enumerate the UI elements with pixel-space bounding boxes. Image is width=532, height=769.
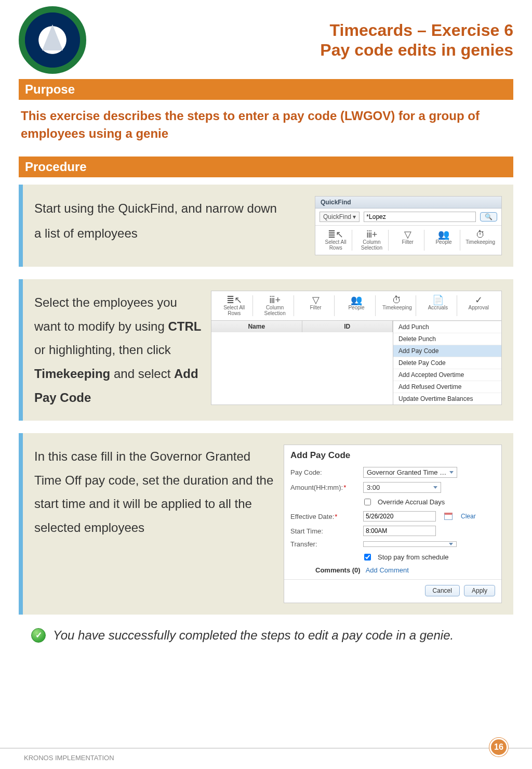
quickfind-toolbar: ≣↖Select All Rows ⅲ+Column Selection ▽Fi… bbox=[315, 225, 501, 255]
tool-accruals[interactable]: 📄Accruals bbox=[419, 295, 457, 316]
comments-label: Comments (0) bbox=[315, 566, 361, 574]
accruals-icon: 📄 bbox=[421, 295, 454, 305]
check-icon: ✓ bbox=[462, 295, 495, 305]
add-pay-code-dialog: Add Pay Code Pay Code: Governor Granted … bbox=[284, 445, 502, 603]
quickfind-input[interactable] bbox=[364, 212, 476, 222]
step-3: In this case fill in the Governor Grante… bbox=[19, 433, 513, 615]
title-line-1: Timecards – Exercise 6 bbox=[320, 20, 513, 40]
transfer-label: Transfer: bbox=[290, 540, 358, 548]
menu-add-refused-ot[interactable]: Add Refused Overtime bbox=[393, 381, 501, 393]
clear-link[interactable]: Clear bbox=[461, 513, 476, 520]
menu-delete-punch[interactable]: Delete Punch bbox=[393, 333, 501, 345]
calendar-icon[interactable] bbox=[444, 513, 453, 520]
chevron-down-icon bbox=[449, 471, 454, 474]
tool-filter[interactable]: ▽Filter bbox=[392, 230, 424, 251]
col-name: Name bbox=[211, 321, 302, 332]
paycode-select[interactable]: Governor Granted Time … bbox=[363, 467, 457, 478]
tool-column-selection[interactable]: ⅲ+Column Selection bbox=[256, 295, 294, 316]
section-purpose: Purpose bbox=[19, 79, 513, 100]
step-2-screenshot: ≣↖Select All Rows ⅲ+Column Selection ▽Fi… bbox=[211, 291, 502, 405]
filter-icon: ▽ bbox=[394, 230, 422, 239]
menu-delete-pay-code[interactable]: Delete Pay Code bbox=[393, 357, 501, 369]
cancel-button[interactable]: Cancel bbox=[425, 585, 460, 596]
stoppay-checkbox[interactable] bbox=[364, 554, 371, 561]
effdate-input[interactable] bbox=[363, 511, 436, 522]
step-2: Select the employees you want to modify … bbox=[19, 279, 513, 421]
search-icon: 🔍 bbox=[485, 213, 493, 220]
people-icon: 👥 bbox=[430, 230, 458, 239]
col-id: ID bbox=[302, 321, 393, 332]
clock-icon: ⏱ bbox=[381, 295, 414, 305]
chevron-down-icon bbox=[449, 543, 453, 545]
section-procedure: Procedure bbox=[19, 157, 513, 177]
step-1-line-a: Start using the QuickFind, and narrow do… bbox=[34, 196, 305, 221]
checkmark-icon: ✓ bbox=[31, 628, 46, 643]
timekeeping-menu: Add Punch Delete Punch Add Pay Code Dele… bbox=[393, 320, 502, 405]
people-icon: 👥 bbox=[340, 295, 373, 305]
override-label: Override Accrual Days bbox=[378, 498, 445, 506]
menu-add-pay-code[interactable]: Add Pay Code bbox=[393, 345, 501, 357]
tool-select-all[interactable]: ≣↖Select All Rows bbox=[216, 295, 253, 316]
page-number: 16 bbox=[489, 738, 508, 757]
title-line-2: Pay code edits in genies bbox=[320, 40, 513, 60]
menu-add-accepted-ot[interactable]: Add Accepted Overtime bbox=[393, 369, 501, 381]
tool-timekeeping[interactable]: ⏱Timekeeping bbox=[463, 230, 497, 251]
purpose-text: This exercise describes the steps to ent… bbox=[21, 107, 513, 142]
footer-left: KRONOS IMPLEMENTATION bbox=[24, 754, 114, 762]
clock-icon: ⏱ bbox=[466, 230, 495, 239]
footer: KRONOS IMPLEMENTATION bbox=[0, 748, 532, 769]
tool-timekeeping[interactable]: ⏱Timekeeping bbox=[379, 295, 416, 316]
quickfind-screenshot: QuickFind QuickFind ▾ 🔍 ≣↖Select All Row… bbox=[315, 196, 502, 255]
step-1-text: Start using the QuickFind, and narrow do… bbox=[34, 196, 305, 246]
chevron-down-icon bbox=[433, 486, 437, 489]
tool-people[interactable]: 👥People bbox=[428, 230, 460, 251]
success-text: You have successfully completed the step… bbox=[53, 627, 454, 643]
tool-people[interactable]: 👥People bbox=[338, 295, 375, 316]
dialog-title: Add Pay Code bbox=[290, 450, 495, 461]
menu-update-ot-balances[interactable]: Update Overtime Balances bbox=[393, 393, 501, 405]
rows-icon: ≣↖ bbox=[218, 295, 250, 305]
override-accrual-checkbox[interactable] bbox=[364, 499, 371, 505]
step-3-text: In this case fill in the Governor Grante… bbox=[34, 445, 274, 539]
tool-filter[interactable]: ▽Filter bbox=[297, 295, 335, 316]
apply-button[interactable]: Apply bbox=[464, 585, 495, 596]
columns-icon: ⅲ+ bbox=[258, 295, 291, 305]
page-title: Timecards – Exercise 6 Pay code edits in… bbox=[320, 20, 513, 60]
step-1-line-b: a list of employees bbox=[34, 221, 305, 246]
quickfind-tab[interactable]: QuickFind bbox=[315, 197, 501, 208]
rows-icon: ≣↖ bbox=[322, 230, 350, 239]
amount-select[interactable]: 3:00 bbox=[363, 482, 441, 493]
seal-logo bbox=[19, 6, 86, 74]
paycode-label: Pay Code: bbox=[290, 468, 358, 476]
success-row: ✓ You have successfully completed the st… bbox=[31, 627, 508, 643]
search-button[interactable]: 🔍 bbox=[480, 212, 497, 221]
stoppay-label: Stop pay from schedule bbox=[378, 553, 449, 561]
amount-label: Amount(HH:mm): bbox=[290, 484, 358, 491]
starttime-input[interactable] bbox=[363, 526, 436, 536]
step-2-text: Select the employees you want to modify … bbox=[34, 291, 202, 409]
filter-icon: ▽ bbox=[299, 295, 332, 305]
tool-approval[interactable]: ✓Approval bbox=[460, 295, 497, 316]
columns-icon: ⅲ+ bbox=[357, 230, 385, 239]
tool-column-selection[interactable]: ⅲ+Column Selection bbox=[355, 230, 388, 251]
quickfind-dropdown[interactable]: QuickFind ▾ bbox=[320, 212, 360, 222]
transfer-select[interactable] bbox=[363, 541, 457, 547]
starttime-label: Start Time: bbox=[290, 527, 358, 535]
add-comment-link[interactable]: Add Comment bbox=[366, 566, 409, 574]
effdate-label: Effective Date: bbox=[290, 513, 358, 520]
menu-add-punch[interactable]: Add Punch bbox=[393, 321, 501, 333]
tool-select-all[interactable]: ≣↖Select All Rows bbox=[320, 230, 352, 251]
step-1: Start using the QuickFind, and narrow do… bbox=[19, 185, 513, 267]
